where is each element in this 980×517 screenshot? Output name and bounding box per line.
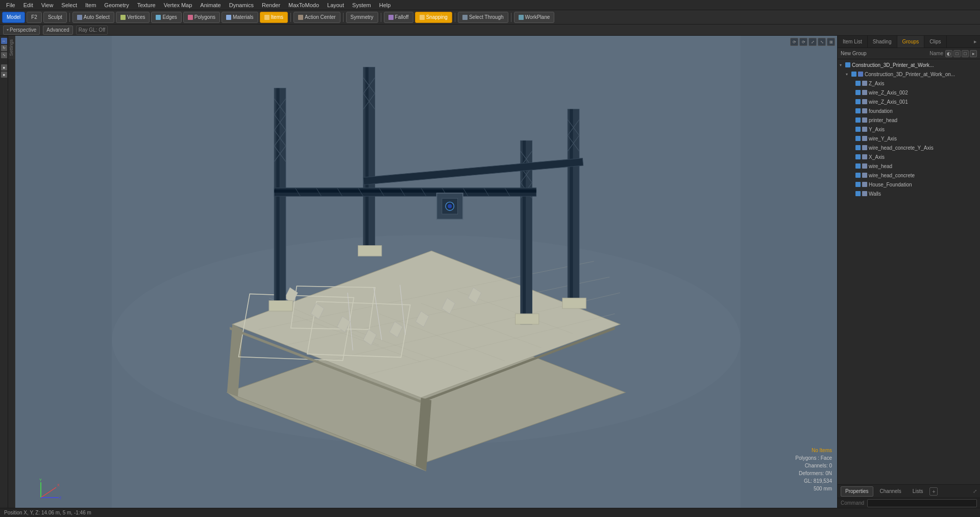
- z-axis-mesh-icon: [862, 81, 867, 86]
- tree-group-item[interactable]: ▾ Construction_3D_Printer_at_Work_on...: [838, 69, 980, 79]
- menu-system[interactable]: System: [348, 0, 375, 10]
- tab-shading[interactable]: Shading: [868, 36, 897, 48]
- panel-icon-btn-2[interactable]: □: [953, 50, 961, 57]
- menu-geometry[interactable]: Geometry: [100, 0, 133, 10]
- ray-gl-indicator: Ray GL: Off: [76, 26, 108, 35]
- separator-1: [69, 13, 70, 22]
- main-content: ↔ ↻ ⤡ ■ ■ Settings: [0, 36, 980, 508]
- tree-item-house-foundation[interactable]: House_Foundation: [838, 180, 980, 189]
- grid-button[interactable]: ⊞: [827, 38, 835, 46]
- mode-f2-button[interactable]: F2: [27, 12, 42, 23]
- tree-item-wire-z-001[interactable]: wire_Z_Axis_001: [838, 97, 980, 106]
- wire-head-vis: [855, 163, 861, 169]
- auto-select-button[interactable]: Auto Select: [72, 12, 114, 23]
- tree-item-printer-head[interactable]: printer_head: [838, 115, 980, 125]
- workplane-button[interactable]: WorkPlane: [514, 12, 555, 23]
- x-axis-label: X_Axis: [869, 154, 885, 160]
- menu-maxtomodo[interactable]: MaxToModo: [284, 0, 323, 10]
- menu-texture[interactable]: Texture: [133, 0, 160, 10]
- panel-icon-btn-4[interactable]: ▸: [970, 50, 977, 57]
- maximize-button[interactable]: ⤢: [808, 38, 817, 46]
- tree-item-foundation[interactable]: foundation: [838, 106, 980, 115]
- add-tab-button[interactable]: +: [929, 487, 938, 496]
- refresh-button[interactable]: ⟳: [799, 38, 807, 46]
- menu-dynamics[interactable]: Dynamics: [225, 0, 258, 10]
- vertices-button[interactable]: Vertices: [116, 12, 150, 23]
- left-tool-extra-1[interactable]: ■: [1, 64, 7, 70]
- tree-item-walls[interactable]: Walls: [838, 189, 980, 198]
- y-axis-label: Y_Axis: [869, 127, 885, 132]
- wire-y-axis-vis: [855, 136, 861, 141]
- wire-z-002-vis: [855, 90, 861, 95]
- scene-tree[interactable]: ▾ Construction_3D_Printer_at_Work... ▾ C…: [838, 59, 980, 484]
- menu-help[interactable]: Help: [375, 0, 395, 10]
- panel-icon-btn-1[interactable]: ◐: [945, 50, 952, 57]
- action-center-button[interactable]: Action Center: [293, 12, 340, 23]
- advanced-button[interactable]: Advanced: [43, 26, 72, 35]
- symmetry-button[interactable]: Symmetry: [346, 12, 378, 23]
- left-tool-extra-2[interactable]: ■: [1, 72, 7, 78]
- main-toolbar: Model F2 Sculpt Auto Select Vertices Edg…: [0, 10, 980, 25]
- settings-tab[interactable]: Settings: [8, 36, 15, 59]
- polygons-face-label: Polygons : Face: [795, 454, 832, 462]
- minimize-button[interactable]: ⤡: [818, 38, 826, 46]
- tree-item-wire-y-axis[interactable]: wire_Y_Axis: [838, 134, 980, 143]
- scale-label: 500 mm: [795, 485, 832, 492]
- items-button[interactable]: Items: [260, 12, 288, 23]
- menu-item[interactable]: Item: [81, 0, 100, 10]
- panel-icon-btn-3[interactable]: □: [962, 50, 969, 57]
- position-bar: Position X, Y, Z: 14.06 m, 5 m, -1:46 m: [0, 508, 980, 517]
- polygons-button[interactable]: Polygons: [183, 12, 220, 23]
- viewport[interactable]: ⟳ ⟳ ⤢ ⤡ ⊞ No Items Polygons : Face Chann…: [15, 36, 837, 508]
- menu-edit[interactable]: Edit: [19, 0, 37, 10]
- tree-item-y-axis[interactable]: Y_Axis: [838, 125, 980, 134]
- wire-head-concrete-y-label: wire_head_concrete_Y_Axis: [869, 145, 934, 151]
- tree-item-wire-head[interactable]: wire_head: [838, 161, 980, 171]
- group-vis-icon: [851, 72, 856, 77]
- falloff-button[interactable]: Falloff: [384, 12, 413, 23]
- menu-animate[interactable]: Animate: [196, 0, 225, 10]
- separator-6: [511, 13, 511, 22]
- menu-layout[interactable]: Layout: [323, 0, 348, 10]
- tab-channels[interactable]: Channels: [875, 486, 906, 497]
- tree-item-z-axis[interactable]: Z_Axis: [838, 79, 980, 88]
- reset-view-button[interactable]: ⟳: [790, 38, 798, 46]
- tab-clips[interactable]: Clips: [924, 36, 946, 48]
- panel-expand-button[interactable]: ▸: [971, 36, 980, 48]
- tab-properties[interactable]: Properties: [841, 486, 873, 497]
- left-tool-move[interactable]: ↔: [1, 38, 7, 44]
- panel-bottom-expand[interactable]: ⤢: [973, 488, 977, 494]
- menu-select[interactable]: Select: [57, 0, 81, 10]
- mode-model-button[interactable]: Model: [2, 12, 25, 23]
- tab-groups[interactable]: Groups: [897, 36, 925, 48]
- falloff-icon: [388, 15, 394, 20]
- tree-item-wire-z-002[interactable]: wire_Z_Axis_002: [838, 88, 980, 97]
- svg-rect-80: [516, 314, 539, 324]
- command-input[interactable]: [867, 499, 977, 507]
- tree-root[interactable]: ▾ Construction_3D_Printer_at_Work...: [838, 60, 980, 69]
- wire-y-axis-label: wire_Y_Axis: [869, 136, 897, 142]
- materials-button[interactable]: Materials: [222, 12, 258, 23]
- tab-item-list[interactable]: Item List: [838, 36, 868, 48]
- tree-item-x-axis[interactable]: X_Axis: [838, 152, 980, 161]
- tab-lists[interactable]: Lists: [908, 486, 928, 497]
- tree-item-wire-head-concrete[interactable]: wire_head_concrete: [838, 171, 980, 180]
- menu-view[interactable]: View: [37, 0, 58, 10]
- mode-sculpt-button[interactable]: Sculpt: [43, 12, 67, 23]
- menu-render[interactable]: Render: [258, 0, 284, 10]
- edges-icon: [156, 15, 161, 20]
- perspective-button[interactable]: ▾ Perspective: [3, 26, 40, 35]
- edges-button[interactable]: Edges: [151, 12, 181, 23]
- tree-item-wire-head-concrete-y[interactable]: wire_head_concrete_Y_Axis: [838, 143, 980, 152]
- wire-head-concrete-label: wire_head_concrete: [869, 173, 915, 178]
- foundation-vis: [855, 108, 861, 113]
- menu-file[interactable]: File: [2, 0, 19, 10]
- house-foundation-icon: [862, 182, 867, 187]
- menu-vertex-map[interactable]: Vertex Map: [160, 0, 197, 10]
- left-tool-rotate[interactable]: ↻: [1, 45, 7, 51]
- separator-3: [343, 13, 344, 22]
- snapping-button[interactable]: Snapping: [415, 12, 452, 23]
- select-through-button[interactable]: Select Through: [458, 12, 508, 23]
- left-tool-scale[interactable]: ⤡: [1, 52, 7, 58]
- scene-svg: [15, 36, 837, 508]
